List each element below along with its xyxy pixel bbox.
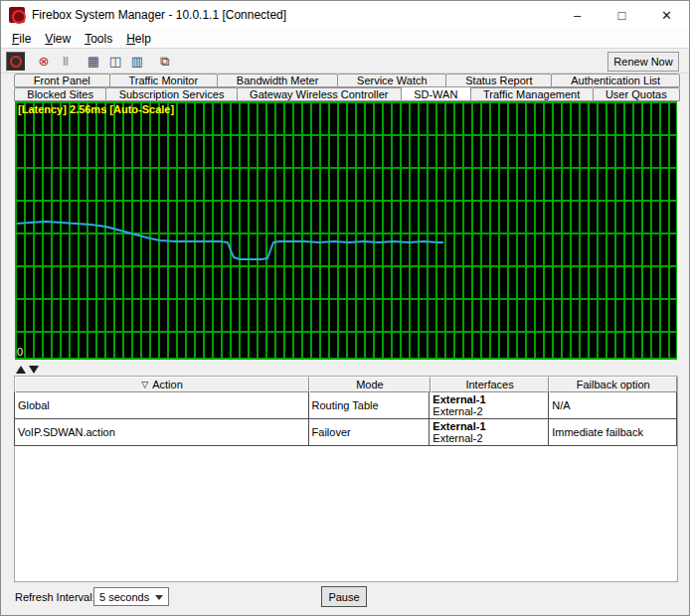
tab-status-report[interactable]: Status Report: [445, 74, 552, 87]
firebox-icon[interactable]: [6, 52, 26, 72]
pause-button[interactable]: Pause: [321, 586, 367, 607]
toolbar-separator: [77, 61, 83, 62]
latency-graph: [Latency] 2.56ms [Auto-Scale] 0: [15, 101, 677, 360]
chevron-down-icon: [155, 595, 163, 600]
column-header-action[interactable]: ▽ Action: [15, 377, 309, 392]
cell-action: Global: [14, 392, 309, 419]
menu-view[interactable]: View: [38, 30, 78, 48]
refresh-interval-label: Refresh Interval:: [15, 591, 95, 603]
refresh-interval-select[interactable]: 5 seconds: [93, 587, 169, 606]
column-header-failback[interactable]: Failback option: [549, 377, 677, 392]
tab-sd-wan[interactable]: SD-WAN: [401, 86, 471, 101]
performance-console-icon[interactable]: ▥: [127, 52, 147, 72]
window-title: Firebox System Manager - 10.0.1.1 [Conne…: [32, 8, 286, 22]
app-icon: [9, 7, 25, 23]
cell-failback: N/A: [549, 392, 677, 419]
cell-interfaces: External-1 External-2: [430, 419, 549, 446]
menu-bar: File View Tools Help: [1, 29, 689, 49]
graph-scroll-arrows: [16, 366, 39, 374]
tab-traffic-management[interactable]: Traffic Management: [470, 87, 594, 101]
interface-primary: External-1: [432, 420, 545, 432]
title-bar: Firebox System Manager - 10.0.1.1 [Conne…: [1, 1, 689, 29]
interface-secondary: External-2: [432, 405, 545, 417]
cell-action: VoIP.SDWAN.action: [14, 419, 309, 446]
toolbar-separator: [148, 61, 154, 62]
toolbar: ⊗ ‖ ▦ ◫ ▥ ⧉ Renew Now: [1, 50, 689, 74]
tab-gateway-wireless-controller[interactable]: Gateway Wireless Controller: [237, 87, 402, 101]
copy-icon[interactable]: ⧉: [155, 52, 175, 72]
graph-origin-label: 0: [17, 346, 23, 358]
table-row[interactable]: Global Routing Table External-1 External…: [15, 392, 677, 419]
latency-graph-canvas: [15, 101, 677, 360]
tab-user-quotas[interactable]: User Quotas: [593, 87, 680, 101]
refresh-interval-value: 5 seconds: [99, 591, 149, 603]
sort-icon: ▽: [141, 381, 148, 389]
table-header: ▽ Action Mode Interfaces Failback option: [15, 377, 677, 392]
minimize-icon[interactable]: –: [555, 1, 600, 29]
cell-interfaces: External-1 External-2: [430, 392, 549, 419]
menu-help[interactable]: Help: [119, 30, 158, 48]
graph-scroll-up-icon[interactable]: [16, 366, 26, 374]
maximize-icon[interactable]: □: [600, 1, 644, 29]
tab-subscription-services[interactable]: Subscription Services: [105, 87, 237, 101]
app-window: Firebox System Manager - 10.0.1.1 [Conne…: [0, 0, 690, 616]
renew-now-button[interactable]: Renew Now: [607, 52, 679, 72]
interface-secondary: External-2: [432, 432, 545, 444]
tab-row-2: Blocked Sites Subscription Services Gate…: [14, 87, 679, 101]
menu-tools[interactable]: Tools: [78, 30, 119, 48]
cell-mode: Failover: [309, 419, 431, 446]
sdwan-table: ▽ Action Mode Interfaces Failback option…: [14, 376, 678, 582]
column-header-interfaces[interactable]: Interfaces: [431, 377, 550, 392]
tab-traffic-monitor[interactable]: Traffic Monitor: [109, 74, 218, 87]
column-header-mode[interactable]: Mode: [309, 377, 431, 392]
tab-bandwidth-meter[interactable]: Bandwidth Meter: [217, 74, 338, 87]
tab-row-1: Front Panel Traffic Monitor Bandwidth Me…: [14, 74, 679, 87]
policy-manager-icon[interactable]: ▦: [84, 52, 103, 72]
table-row[interactable]: VoIP.SDWAN.action Failover External-1 Ex…: [15, 419, 677, 446]
hostwatch-icon[interactable]: ◫: [105, 52, 125, 72]
cell-mode: Routing Table: [309, 392, 431, 419]
tab-blocked-sites[interactable]: Blocked Sites: [14, 87, 106, 101]
cell-failback: Immediate failback: [549, 419, 677, 446]
graph-scroll-down-icon[interactable]: [29, 366, 39, 374]
disconnect-icon[interactable]: ⊗: [34, 52, 54, 72]
tab-service-watch[interactable]: Service Watch: [337, 74, 446, 87]
latency-line: [17, 222, 443, 259]
menu-file[interactable]: File: [5, 30, 38, 48]
tab-authentication-list[interactable]: Authentication List: [551, 74, 680, 87]
window-controls: – □ ✕: [555, 1, 689, 29]
tab-front-panel[interactable]: Front Panel: [14, 74, 110, 87]
column-header-action-label: Action: [152, 379, 183, 390]
graph-title: [Latency] 2.56ms [Auto-Scale]: [18, 103, 174, 115]
toolbar-separator: [27, 61, 33, 62]
interface-primary: External-1: [432, 393, 545, 405]
pause-display-icon[interactable]: ‖: [56, 52, 76, 72]
close-icon[interactable]: ✕: [644, 1, 689, 29]
